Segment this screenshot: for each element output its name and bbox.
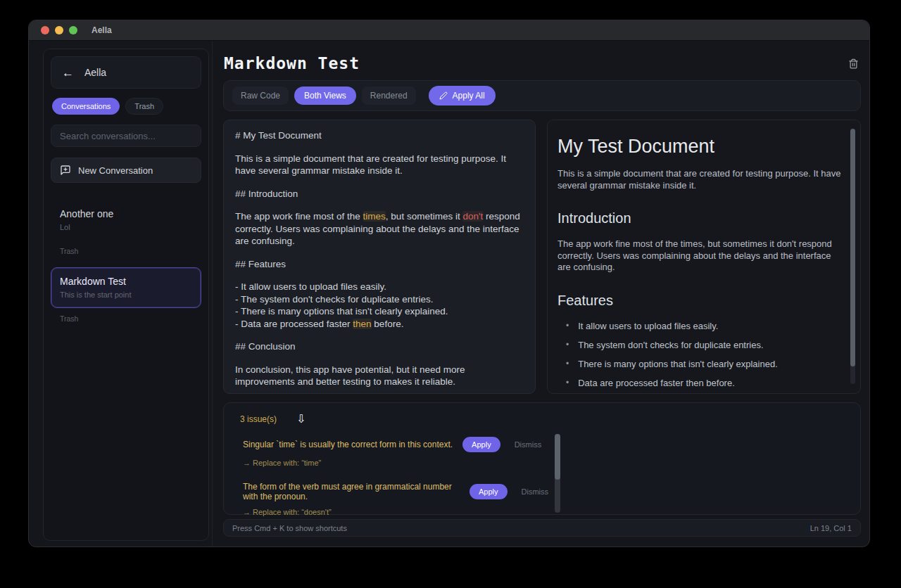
text-segment: ## Introduction [235,188,298,199]
app-brand: Aella [84,67,106,78]
issue-message: The form of the verb must agree in gramm… [243,482,460,501]
rendered-list: •It allow users to upload files easily.•… [557,321,842,388]
markdown-block: This is a simple document that are creat… [235,153,524,177]
raw-markdown-editor[interactable]: # My Test DocumentThis is a simple docum… [223,120,536,394]
status-bar: Press Cmd + K to show shortcuts Ln 19, C… [223,519,861,537]
issues-panel: 3 issue(s) ⇩ Singular `time` is usually … [223,402,861,515]
dismiss-button[interactable]: Dismiss [517,487,553,497]
conversation-trash-button[interactable]: Trash [60,314,201,323]
conversation-item[interactable]: Markdown TestThis is the start point [51,267,201,308]
conversation-subtitle: Lol [60,223,192,231]
down-arrow-icon[interactable]: ⇩ [296,414,305,425]
issue-replacement: → Replace with: “doesn't” [243,508,553,516]
rendered-list-item: •The system don't checks for duplicate e… [566,340,842,350]
rendered-preview-pane: My Test DocumentThis is a simple documen… [547,120,861,394]
view-button-raw-code[interactable]: Raw Code [232,87,289,105]
markdown-line: ## Features [235,258,524,271]
shortcut-hint: Press Cmd + K to show shortcuts [232,524,347,532]
trash-icon [848,58,859,70]
bullet-icon: • [566,359,569,369]
sidebar-column: ← Aella ConversationsTrash New Conversat… [29,41,213,547]
view-button-rendered[interactable]: Rendered [362,87,416,105]
text-segment: In conclusion, this app have potential, … [235,364,465,388]
sidebar-tab-trash[interactable]: Trash [125,98,163,115]
text-segment: - Data are processed faster [235,319,353,329]
apply-all-label: Apply All [453,91,485,101]
markdown-line: In conclusion, this app have potential, … [235,364,524,388]
conversation-trash-button[interactable]: Trash [60,247,201,255]
rendered-list-item: •It allow users to upload files easily. [566,321,842,331]
bullet-icon: • [566,378,569,388]
highlighted-word: don't [462,211,483,222]
issue-message: Singular `time` is usually the correct f… [243,440,453,449]
issue-item: The form of the verb must agree in gramm… [243,482,553,516]
markdown-line: - It allow users to upload files easily. [235,281,524,293]
preview-scrollbar[interactable] [850,129,855,384]
new-conversation-label: New Conversation [78,165,153,176]
pencil-icon [439,91,448,100]
markdown-line: ## Introduction [235,188,524,200]
rendered-content: My Test DocumentThis is a simple documen… [557,136,842,394]
issue-row: Singular `time` is usually the correct f… [243,437,553,452]
markdown-line: - There is many options that isn't clear… [235,305,524,318]
list-item-text: There is many options that isn't clearly… [578,359,778,369]
markdown-line: ## Conclusion [235,340,524,353]
text-segment: ## Conclusion [235,341,296,352]
highlighted-word: times [363,211,386,222]
markdown-block: ## Features [235,258,524,271]
apply-all-button[interactable]: Apply All [429,86,496,106]
app-window: Aella ← Aella ConversationsTrash [28,20,870,547]
search-input[interactable] [51,124,201,147]
issue-replacement: → Replace with: “time” [243,459,553,467]
page-title: Markdown Test [224,54,360,72]
bullet-icon: • [566,340,569,350]
text-segment: - The system don't checks for duplicate … [235,294,433,305]
markdown-block: ## Introduction [235,188,524,200]
markdown-block: - It allow users to upload files easily.… [235,281,524,330]
zoom-window-button[interactable] [69,26,77,34]
main-header: Markdown Test [224,54,859,72]
close-window-button[interactable] [41,26,49,34]
title-bar: Aella [29,20,869,41]
delete-conversation-button[interactable] [848,58,859,70]
markdown-line: This is a simple document that are creat… [235,153,524,177]
text-segment: - It allow users to upload files easily. [235,281,386,292]
editor-panes: # My Test DocumentThis is a simple docum… [223,120,861,394]
issues-header: 3 issue(s) ⇩ [240,414,849,425]
sidebar-tab-conversations[interactable]: Conversations [52,98,120,115]
view-button-both-views[interactable]: Both Views [294,87,356,105]
conversation-title: Another one [60,208,192,219]
back-arrow-icon[interactable]: ← [62,67,74,79]
list-item-text: Data are processed faster then before. [578,378,735,388]
text-segment: # My Test Document [235,130,322,141]
markdown-line: # My Test Document [235,129,524,142]
new-conversation-button[interactable]: New Conversation [51,158,201,183]
rendered-list-item: •There is many options that isn't clearl… [566,359,842,369]
main-column: Markdown Test Raw CodeBoth ViewsRendered [213,41,869,547]
minimize-window-button[interactable] [55,26,63,34]
preview-scrollbar-thumb[interactable] [850,129,855,366]
rendered-h2: Features [557,293,842,309]
message-square-plus-icon [60,165,71,176]
highlighted-word: then [353,319,371,329]
apply-button[interactable]: Apply [470,484,508,499]
rendered-p: The app work fine most of the times, but… [557,238,842,274]
text-segment: ## Features [235,259,286,269]
text-segment: This is a simple document that are creat… [235,153,506,177]
issues-scrollbar[interactable] [555,434,560,513]
text-segment: - There is many options that isn't clear… [235,306,448,317]
window-body: ← Aella ConversationsTrash New Conversat… [29,41,869,547]
view-toggle-group: Raw CodeBoth ViewsRendered [232,87,416,105]
list-item-text: It allow users to upload files easily. [578,321,718,331]
issues-count: 3 issue(s) [240,414,277,424]
conversation-subtitle: This is the start point [60,290,192,299]
markdown-block: ## Conclusion [235,340,524,353]
rendered-h1: My Test Document [557,136,842,158]
apply-button[interactable]: Apply [462,437,500,452]
conversation-item[interactable]: Another oneLol [51,200,201,241]
issues-scrollbar-thumb[interactable] [555,434,560,480]
dismiss-button[interactable]: Dismiss [510,440,546,449]
rendered-list-item: •Data are processed faster then before. [566,378,842,388]
conversation-list: Another oneLolTrashMarkdown TestThis is … [51,200,201,323]
text-segment: before. [372,319,404,329]
